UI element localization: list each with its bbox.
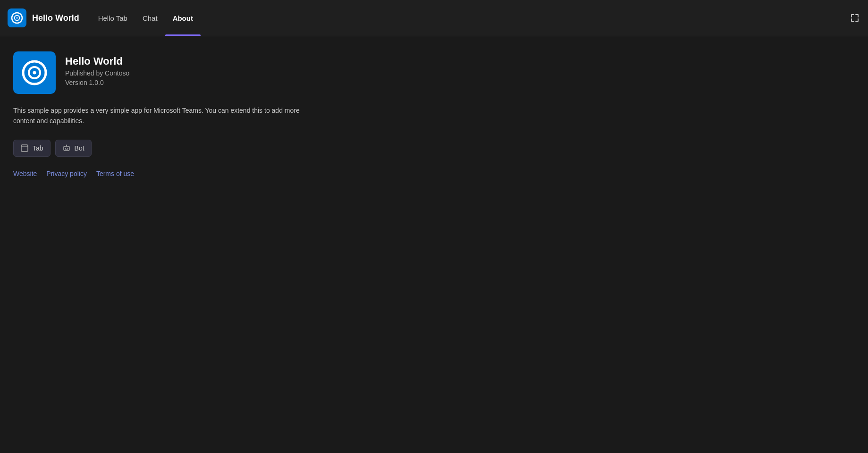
svg-rect-8 bbox=[64, 146, 69, 151]
app-publisher: Published by Contoso bbox=[65, 69, 129, 77]
capabilities-list: Tab Bot bbox=[13, 140, 855, 157]
capability-tab[interactable]: Tab bbox=[13, 140, 51, 157]
tab-capability-icon bbox=[20, 144, 29, 152]
svg-rect-6 bbox=[21, 145, 28, 151]
app-description: This sample app provides a very simple a… bbox=[13, 105, 315, 126]
footer-links: Website Privacy policy Terms of use bbox=[13, 170, 855, 177]
capability-tab-label: Tab bbox=[33, 144, 43, 152]
header-app-title: Hello World bbox=[32, 13, 79, 23]
website-link[interactable]: Website bbox=[13, 170, 37, 177]
app-icon-large bbox=[13, 51, 56, 94]
svg-point-10 bbox=[67, 148, 68, 149]
svg-point-9 bbox=[65, 148, 66, 149]
app-details: Hello World Published by Contoso Version… bbox=[65, 51, 129, 86]
tab-hello-tab[interactable]: Hello Tab bbox=[91, 0, 135, 36]
bot-capability-icon bbox=[62, 144, 71, 152]
svg-point-2 bbox=[17, 17, 18, 19]
svg-point-5 bbox=[33, 71, 36, 75]
terms-of-use-link[interactable]: Terms of use bbox=[96, 170, 134, 177]
app-header: Hello World Hello Tab Chat About bbox=[0, 0, 868, 36]
app-logo-icon bbox=[8, 8, 26, 27]
privacy-policy-link[interactable]: Privacy policy bbox=[46, 170, 87, 177]
capability-bot-label: Bot bbox=[75, 144, 84, 152]
expand-icon[interactable] bbox=[849, 12, 860, 24]
nav-tabs: Hello Tab Chat About bbox=[91, 0, 201, 36]
main-content: Hello World Published by Contoso Version… bbox=[0, 36, 868, 193]
capability-bot[interactable]: Bot bbox=[55, 140, 92, 157]
tab-about[interactable]: About bbox=[165, 0, 201, 36]
header-actions bbox=[849, 12, 860, 24]
app-name: Hello World bbox=[65, 55, 129, 67]
tab-chat[interactable]: Chat bbox=[135, 0, 165, 36]
svg-point-12 bbox=[66, 144, 67, 145]
app-info-header: Hello World Published by Contoso Version… bbox=[13, 51, 855, 94]
app-version: Version 1.0.0 bbox=[65, 79, 129, 86]
